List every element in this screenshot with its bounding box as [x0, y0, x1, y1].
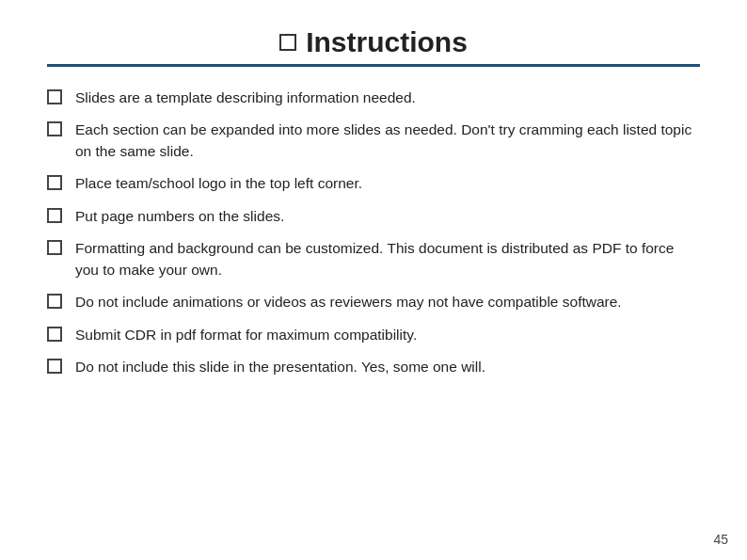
bullet-checkbox-icon — [47, 327, 62, 342]
bullet-text: Formatting and background can be customi… — [75, 238, 700, 280]
bullet-checkbox-icon — [47, 121, 62, 136]
bullet-list: Slides are a template describing informa… — [47, 88, 700, 378]
slide-title: Instructions — [306, 26, 468, 58]
bullet-text: Submit CDR in pdf format for maximum com… — [75, 325, 700, 345]
bullet-text: Do not include this slide in the present… — [75, 357, 700, 377]
list-item: Submit CDR in pdf format for maximum com… — [47, 325, 700, 345]
bullet-text: Each section can be expanded into more s… — [75, 120, 700, 162]
bullet-checkbox-icon — [47, 240, 62, 255]
list-item: Each section can be expanded into more s… — [47, 120, 700, 162]
bullet-checkbox-icon — [47, 89, 62, 104]
bullet-checkbox-icon — [47, 359, 62, 374]
bullet-text: Place team/school logo in the top left c… — [75, 173, 700, 194]
bullet-text: Slides are a template describing informa… — [75, 88, 700, 108]
list-item: Put page numbers on the slides. — [47, 206, 700, 227]
list-item: Place team/school logo in the top left c… — [47, 173, 700, 194]
list-item: Formatting and background can be customi… — [47, 238, 700, 280]
slide: Instructions Slides are a template descr… — [0, 0, 747, 560]
list-item: Slides are a template describing informa… — [47, 88, 700, 108]
header-checkbox-icon — [279, 34, 296, 51]
bullet-checkbox-icon — [47, 294, 62, 309]
bullet-checkbox-icon — [47, 208, 62, 223]
slide-header: Instructions — [47, 26, 700, 58]
list-item: Do not include this slide in the present… — [47, 357, 700, 377]
bullet-checkbox-icon — [47, 175, 62, 190]
list-item: Do not include animations or videos as r… — [47, 292, 700, 312]
page-number: 45 — [713, 532, 728, 547]
bullet-text: Put page numbers on the slides. — [75, 206, 700, 227]
header-divider — [47, 64, 700, 67]
bullet-text: Do not include animations or videos as r… — [75, 292, 700, 312]
